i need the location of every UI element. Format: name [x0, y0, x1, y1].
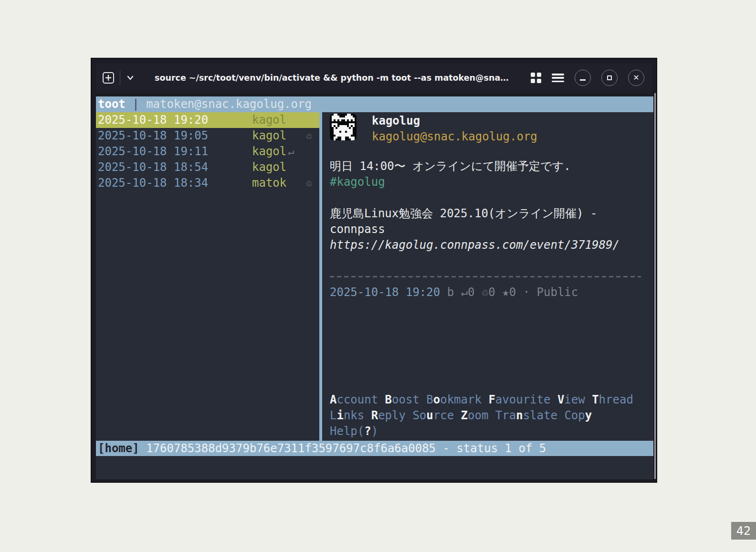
menu-item-shortcut: ? — [364, 425, 371, 438]
timeline-user: kagol — [252, 112, 286, 128]
menu-item-favourite[interactable]: Favourite — [488, 393, 550, 406]
status-position: - status 1 of 5 — [442, 442, 546, 455]
menu-item-zoom[interactable]: Zoom — [461, 409, 489, 422]
reply-count-icon: ↵0 — [461, 286, 475, 299]
toot-tui: toot | matoken@snac.kagolug.org 2025-10-… — [96, 96, 653, 479]
menu-item-boost[interactable]: Boost — [385, 393, 420, 406]
menu-item-text: So — [412, 409, 426, 422]
timeline-row[interactable]: 2025-10-18 19:11kagol↵ — [96, 144, 319, 159]
menu-item-text: nks — [344, 409, 364, 422]
menu-item-text: hread — [599, 393, 633, 406]
menu-item-translate[interactable]: Translate — [495, 409, 557, 422]
timeline-date: 2025-10-18 19:05 — [98, 128, 208, 144]
menu-item-text: ccount — [336, 393, 378, 406]
menu-item-shortcut: o — [433, 393, 440, 406]
window-edge-highlight — [654, 93, 656, 479]
chevron-down-icon[interactable] — [126, 74, 135, 82]
grid-square — [531, 79, 535, 83]
menu-item-account[interactable]: Account — [330, 393, 378, 406]
menu-item-reply[interactable]: Reply — [371, 409, 406, 422]
grid-square — [531, 73, 535, 77]
favourite-count-icon: ★0 — [502, 286, 516, 299]
status-text-line: #kagolug — [330, 174, 649, 190]
menu-item-text: Cop — [564, 409, 585, 422]
logged-in-account: matoken@snac.kagolug.org — [146, 97, 312, 111]
menu-item-help[interactable]: Help(?) — [330, 425, 378, 438]
menu-item-text: Tra — [495, 409, 516, 422]
menu-item-shortcut: V — [557, 393, 564, 406]
content-divider — [330, 269, 649, 285]
titlebar-separator — [120, 71, 120, 85]
bookmark-flag: b — [447, 286, 454, 299]
action-menu: Account Boost Bookmark Favourite View Th… — [330, 392, 633, 439]
status-link[interactable]: https://kagolug.connpass.com/event/37198… — [330, 237, 649, 253]
menu-item-text: rce — [433, 409, 454, 422]
maximize-icon — [607, 75, 612, 80]
menu-item-bookmark[interactable]: Bookmark — [426, 393, 482, 406]
menu-item-shortcut: Z — [461, 409, 468, 422]
visibility-flag — [440, 286, 447, 299]
slide-page-number: 42 — [731, 522, 756, 540]
timeline-list: 2025-10-18 19:20kagol2025-10-18 19:05kag… — [96, 112, 319, 191]
timeline-row[interactable]: 2025-10-18 18:54kagol — [96, 159, 319, 175]
menu-item-shortcut: A — [330, 393, 336, 406]
reply-icon: ↵ — [288, 144, 294, 159]
meta-dot: · — [523, 286, 530, 299]
menu-item-text: oost — [392, 393, 420, 406]
status-bar: [home] 1760785388d9379b76e7311f3597697c8… — [96, 441, 653, 456]
menu-item-links[interactable]: Links — [330, 409, 364, 422]
menu-item-source[interactable]: Source — [412, 409, 454, 422]
header-separator: | — [126, 97, 146, 111]
status-text-line: connpass — [330, 222, 649, 237]
toot-header-bar: toot | matoken@snac.kagolug.org — [96, 96, 653, 112]
menu-bar — [552, 81, 564, 83]
tab-overview-icon[interactable] — [531, 73, 541, 83]
terminal-titlebar: + source ~/src/toot/venv/bin/activate &&… — [96, 63, 652, 93]
menu-item-copy[interactable]: Copy — [564, 409, 592, 422]
status-text-line: 鹿児島Linux勉強会 2025.10(オンライン開催) - — [330, 206, 649, 222]
menu-icon[interactable] — [552, 74, 564, 82]
grid-square — [537, 73, 541, 77]
timeline-date: 2025-10-18 18:34 — [98, 175, 208, 191]
status-content: 明日 14:00〜 オンラインにて開催予定です.#kagolug鹿児島Linux… — [330, 159, 649, 300]
timeline-row[interactable]: 2025-10-18 19:20kagol — [96, 112, 319, 128]
menu-item-thread[interactable]: Thread — [592, 393, 633, 406]
menu-item-shortcut: i — [336, 409, 343, 422]
menu-bar — [552, 74, 564, 75]
minimize-button[interactable] — [575, 70, 591, 86]
status-timestamp: 2025-10-18 19:20 — [330, 286, 440, 299]
menu-item-text: okmark — [440, 393, 482, 406]
avatar — [330, 114, 357, 140]
menu-item-shortcut: y — [585, 409, 592, 422]
menu-item-text: iew — [564, 393, 585, 406]
menu-item-view[interactable]: View — [557, 393, 585, 406]
menu-item-text: Help( — [330, 425, 364, 438]
status-id: 1760785388d9379b76e7311f3597697c8f6a6a00… — [146, 442, 436, 455]
menu-item-text: L — [330, 409, 336, 422]
new-tab-button[interactable]: + — [103, 72, 114, 84]
timeline-date: 2025-10-18 19:20 — [98, 112, 208, 128]
timeline-user: matok — [252, 175, 286, 191]
timeline-context: [home] — [98, 442, 139, 455]
timeline-user: kagol — [252, 144, 286, 159]
visibility-scope: Public — [537, 286, 578, 299]
minimize-icon — [580, 79, 586, 81]
menu-item-text: oom — [468, 409, 488, 422]
timeline-row[interactable]: 2025-10-18 18:34matok♲ — [96, 175, 319, 191]
timeline-user: kagol — [252, 128, 286, 144]
boost-count-icon: ♲0 — [482, 286, 495, 299]
status-text-line — [330, 190, 649, 206]
close-button[interactable]: ✕ — [628, 70, 644, 86]
terminal-window: + source ~/src/toot/venv/bin/activate &&… — [91, 58, 657, 483]
timeline-row[interactable]: 2025-10-18 19:05kagol♲ — [96, 128, 319, 144]
timeline-user: kagol — [252, 159, 286, 175]
status-meta-line: 2025-10-18 19:20 b ↵0 ♲0 ★0 · Public — [330, 285, 649, 300]
menu-item-text: eply — [378, 409, 406, 422]
menu-item-text: ) — [371, 425, 378, 438]
timeline-date: 2025-10-18 18:54 — [98, 159, 208, 175]
maximize-button[interactable] — [601, 70, 618, 86]
menu-item-text: slate — [523, 409, 557, 422]
author-display-name: kagolug — [372, 113, 420, 129]
action-menu-row: Account Boost Bookmark Favourite View Th… — [330, 392, 633, 408]
menu-item-shortcut: B — [385, 393, 392, 406]
